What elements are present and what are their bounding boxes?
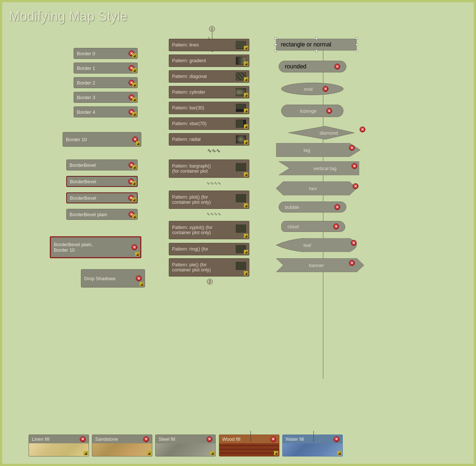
pattern-diagonal-expand[interactable]: ◢ — [244, 77, 248, 82]
border-1-expand[interactable]: ◢ — [132, 68, 137, 72]
shape-diamond-svg: diamond — [281, 125, 369, 141]
border-bevel-plain-expand[interactable]: ◢ — [132, 214, 137, 219]
shape-diamond-close[interactable]: ✕ — [360, 127, 365, 132]
pattern-bargraph-icon — [236, 163, 246, 171]
border-10-expand[interactable]: ◢ — [136, 141, 140, 146]
shape-banner-close[interactable]: ✕ — [349, 260, 355, 266]
shape-oval-container: oval ✕ — [281, 83, 343, 95]
svg-text:banner: banner — [309, 263, 324, 268]
pattern-bar30-expand[interactable]: ◢ — [244, 109, 248, 113]
shape-oval-node[interactable]: oval ✕ — [281, 83, 343, 95]
border-bevel-plain-border10-expand[interactable]: ◢ — [135, 252, 140, 256]
fill-connector-wood — [250, 431, 251, 442]
pattern-cylinder-expand[interactable]: ◢ — [244, 93, 248, 97]
steel-fill-close[interactable]: ✕ — [207, 436, 212, 442]
sandstone-close[interactable]: ✕ — [143, 436, 149, 442]
border-bevel-3-node[interactable]: BorderBevel ✕ ◢ — [66, 192, 138, 203]
pattern-gradient-expand[interactable]: ◢ — [244, 61, 248, 66]
border-bevel-plain-node[interactable]: BorderBevel plain ✕ ◢ — [66, 209, 138, 220]
water-fill-close[interactable]: ✕ — [334, 436, 339, 442]
pattern-radial-expand[interactable]: ◢ — [244, 140, 248, 144]
border-0-node[interactable]: Border 0 ✕ ◢ — [74, 48, 138, 59]
border-bevel-plain-border10-close[interactable]: ✕ — [131, 244, 137, 250]
pattern-gradient-node[interactable]: Pattern: gradient ◢ — [169, 55, 249, 67]
shape-cloud-close[interactable]: ✕ — [333, 223, 339, 229]
border-2-node[interactable]: Border 2 ✕ ◢ — [74, 77, 138, 88]
border-3-expand[interactable]: ◢ — [132, 97, 137, 102]
shape-hex-close[interactable]: ✕ — [353, 183, 358, 189]
drop-shadows-expand[interactable]: ◢ — [140, 282, 144, 286]
shape-rounded-close[interactable]: ✕ — [334, 64, 340, 69]
pattern-plot-expand[interactable]: ◢ — [244, 203, 248, 208]
border-10-node[interactable]: Border 10 ✕ ◢ — [63, 132, 141, 147]
pattern-radial-node[interactable]: Pattern: radial ◢ — [169, 133, 249, 146]
steel-expand[interactable]: ◢ — [210, 451, 215, 455]
wood-expand[interactable]: ◢ — [274, 451, 278, 455]
shape-vtag-container: vertical tag ✕ — [279, 161, 359, 177]
wood-fill-close[interactable]: ✕ — [270, 436, 276, 442]
shape-rect-node[interactable]: rectangle or normal — [276, 39, 357, 50]
linen-expand[interactable]: ◢ — [83, 451, 88, 455]
pattern-lines-expand[interactable]: ◢ — [244, 46, 248, 50]
shape-lozenge-close[interactable]: ✕ — [326, 108, 332, 114]
shape-oval-close[interactable]: ✕ — [323, 86, 328, 92]
pattern-cylinder-node[interactable]: Pattern: cylinder ◢ — [169, 86, 249, 98]
wood-fill-card[interactable]: Wood fill ✕ ◢ — [219, 435, 279, 456]
pattern-vbar70-expand[interactable]: ◢ — [244, 124, 248, 129]
shape-tag-close[interactable]: ✕ — [349, 145, 355, 151]
border-bevel-1-node[interactable]: BorderBevel ✕ ◢ — [66, 159, 138, 170]
border-bevel-3-expand[interactable]: ◢ — [132, 198, 136, 202]
drop-shadows-node[interactable]: Drop Shadows ✕ ◢ — [81, 269, 145, 288]
shape-lozenge-container: lozenge ✕ — [281, 105, 343, 117]
pattern-plot-node[interactable]: Pattern: plot() (for container plot only… — [169, 191, 249, 209]
shape-bubble-node[interactable]: bubble ✕ — [279, 202, 346, 213]
linen-fill-card[interactable]: Linen fill ✕ ◢ — [29, 435, 89, 456]
shape-leaf-close[interactable]: ✕ — [351, 240, 357, 246]
border-0-expand[interactable]: ◢ — [132, 53, 137, 58]
svg-text:tag: tag — [304, 147, 310, 153]
border-1-node[interactable]: Border 1 ✕ ◢ — [74, 63, 138, 74]
water-expand[interactable]: ◢ — [337, 451, 342, 455]
shape-bubble-close[interactable]: ✕ — [334, 204, 340, 210]
pattern-xyplot-node[interactable]: Pattern: xyplot() (for container plot on… — [169, 221, 249, 239]
pattern-diagonal-node[interactable]: Pattern: diagonal ◢ — [169, 70, 249, 83]
shape-cloud-container: cloud ✕ — [281, 221, 345, 232]
sandstone-fill-card[interactable]: Sandstone ✕ ◢ — [92, 435, 152, 456]
pattern-lines-node[interactable]: Pattern: lines ◢ — [169, 39, 249, 51]
svg-text:hex: hex — [309, 186, 317, 191]
pattern-bargraph-node[interactable]: Pattern: bargraph() (for container plot … — [169, 159, 249, 178]
sandstone-expand[interactable]: ◢ — [147, 451, 151, 455]
pattern-xyplot-expand[interactable]: ◢ — [244, 234, 248, 238]
border-4-node[interactable]: Border 4 ✕ ◢ — [74, 106, 138, 117]
pattern-pie-expand[interactable]: ◢ — [244, 271, 248, 275]
border-3-node[interactable]: Border 3 ✕ ◢ — [74, 92, 138, 103]
pattern-bar30-node[interactable]: Pattern: bar(30) ◢ — [169, 102, 249, 114]
shape-cloud-node[interactable]: cloud ✕ — [281, 221, 345, 232]
steel-fill-card[interactable]: Steel fill ✕ ◢ — [155, 435, 216, 456]
shape-rect-container: rectangle or normal — [276, 39, 357, 50]
pattern-plot-icon — [236, 194, 246, 202]
shape-vtag-close[interactable]: ✕ — [352, 163, 357, 169]
border-bevel-2-node[interactable]: BorderBevel ✕ ◢ — [66, 176, 138, 187]
shape-rounded-node[interactable]: rounded ✕ — [279, 61, 346, 72]
svg-text:diamond: diamond — [320, 130, 338, 136]
shape-lozenge-node[interactable]: lozenge ✕ — [281, 105, 343, 117]
fill-connector-water — [313, 431, 314, 442]
border-bevel-2-expand[interactable]: ◢ — [132, 181, 136, 185]
border-bevel-1-expand[interactable]: ◢ — [132, 165, 137, 169]
drop-shadows-close[interactable]: ✕ — [136, 275, 142, 281]
pattern-vbar70-node[interactable]: Pattern: vbar(70) ◢ — [169, 117, 249, 130]
border-4-expand[interactable]: ◢ — [132, 112, 137, 116]
connector-mid1: ∿∿∿∿ — [207, 181, 221, 186]
pattern-pie-node[interactable]: Pattern: pie() (for container plot only)… — [169, 258, 249, 277]
linen-fill-close[interactable]: ✕ — [80, 436, 86, 442]
pattern-bargraph-expand[interactable]: ◢ — [244, 172, 248, 177]
water-fill-card[interactable]: Water fill ✕ ◢ — [282, 435, 343, 456]
shape-tag-container: tag ✕ — [276, 143, 360, 158]
pattern-ring-node[interactable]: Pattern: ring() (for ◢ — [169, 243, 249, 255]
shape-bubble-container: bubble ✕ — [279, 202, 346, 213]
pattern-ring-expand[interactable]: ◢ — [244, 250, 248, 254]
shape-rounded-container: rounded ✕ — [279, 61, 346, 72]
border-bevel-plain-border10-node[interactable]: BorderBevel plain, Border 10 ✕ ◢ — [50, 236, 141, 258]
border-2-expand[interactable]: ◢ — [132, 83, 137, 87]
